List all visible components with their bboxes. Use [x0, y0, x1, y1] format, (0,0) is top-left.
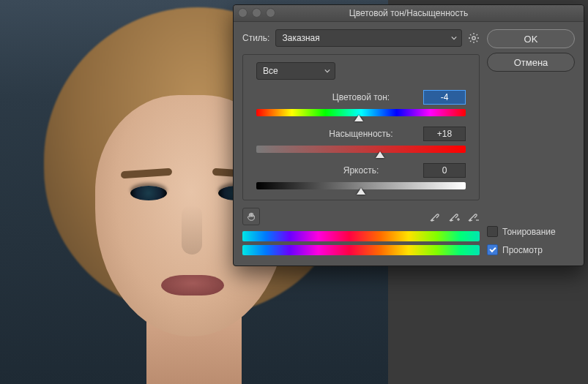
- preview-checkbox[interactable]: Просмотр: [487, 244, 575, 255]
- preset-label: Стиль:: [242, 33, 269, 43]
- svg-line-8: [470, 41, 471, 42]
- hand-icon: [246, 211, 256, 222]
- lightness-input[interactable]: [423, 163, 466, 178]
- svg-line-6: [477, 41, 477, 42]
- adjustment-panel: Все Цветовой тон:: [242, 54, 480, 200]
- range-value: Все: [263, 66, 278, 76]
- range-select[interactable]: Все: [256, 62, 335, 80]
- targeted-adjustment-button[interactable]: [242, 208, 260, 225]
- dialog-titlebar[interactable]: Цветовой тон/Насыщенность: [234, 5, 584, 22]
- dialog-title: Цветовой тон/Насыщенность: [349, 8, 468, 18]
- hue-strip-top: [242, 231, 480, 241]
- chevron-down-icon: [451, 35, 457, 41]
- hue-label: Цветовой тон:: [332, 92, 390, 102]
- gear-icon[interactable]: [468, 32, 480, 44]
- checkbox-box: [487, 226, 498, 237]
- lightness-slider[interactable]: [256, 182, 466, 189]
- saturation-input[interactable]: [423, 127, 466, 141]
- lightness-label: Яркость:: [343, 165, 379, 176]
- lightness-thumb[interactable]: [357, 188, 365, 195]
- window-controls[interactable]: [238, 8, 275, 18]
- eyedropper-icon[interactable]: [428, 210, 442, 223]
- eyedropper-minus-icon[interactable]: [466, 210, 480, 223]
- eyedropper-plus-icon[interactable]: [447, 210, 461, 223]
- svg-line-7: [477, 34, 477, 35]
- preview-label: Просмотр: [502, 245, 543, 255]
- saturation-slider[interactable]: [256, 146, 466, 153]
- preset-select[interactable]: Заказная: [275, 29, 462, 47]
- svg-point-0: [472, 37, 475, 39]
- colorize-label: Тонирование: [502, 227, 556, 237]
- hue-input[interactable]: [423, 90, 466, 105]
- hue-saturation-dialog: Цветовой тон/Насыщенность Стиль: Заказна…: [233, 4, 584, 266]
- ok-button[interactable]: OK: [487, 29, 575, 48]
- chevron-down-icon: [324, 68, 330, 74]
- hue-thumb[interactable]: [354, 115, 363, 121]
- preset-value: Заказная: [282, 33, 319, 43]
- hue-slider[interactable]: [256, 109, 466, 116]
- saturation-thumb[interactable]: [376, 151, 384, 158]
- colorize-checkbox[interactable]: Тонирование: [487, 226, 575, 237]
- checkbox-box: [487, 244, 498, 255]
- cancel-button[interactable]: Отмена: [487, 53, 575, 72]
- hue-strip-bottom: [242, 245, 480, 255]
- saturation-label: Насыщенность:: [329, 129, 392, 139]
- svg-line-5: [470, 34, 471, 35]
